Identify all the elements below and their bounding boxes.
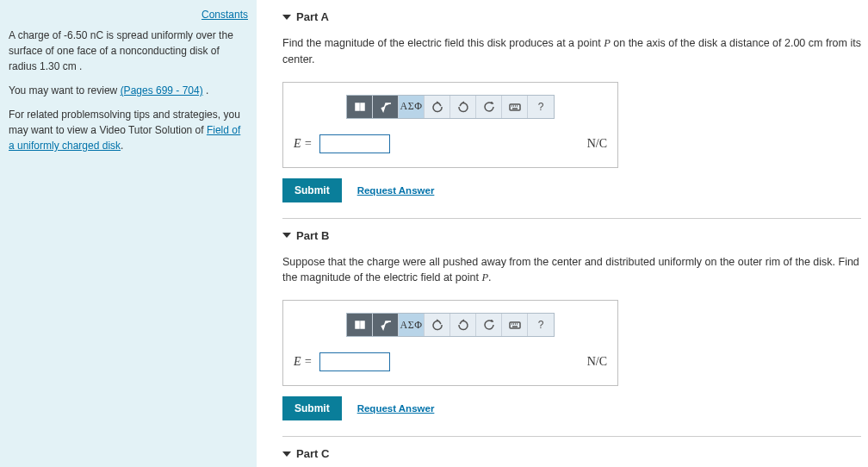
undo-icon[interactable] bbox=[425, 96, 450, 118]
submit-button[interactable]: Submit bbox=[282, 396, 342, 420]
request-answer-link[interactable]: Request Answer bbox=[357, 403, 435, 414]
part-a-title: Part A bbox=[296, 10, 329, 23]
part-a-header[interactable]: Part A bbox=[282, 9, 861, 32]
unit-label: N/C bbox=[587, 355, 607, 369]
redo-icon[interactable] bbox=[450, 96, 476, 118]
reset-icon[interactable] bbox=[476, 96, 502, 118]
unit-label: N/C bbox=[587, 137, 607, 151]
part-c-header[interactable]: Part C bbox=[282, 445, 861, 467]
svg-rect-2 bbox=[510, 104, 520, 110]
svg-rect-0 bbox=[356, 103, 359, 110]
submit-button[interactable]: Submit bbox=[282, 178, 342, 202]
help-icon[interactable]: ? bbox=[528, 314, 554, 336]
part-b-title: Part B bbox=[296, 229, 329, 242]
chevron-down-icon bbox=[282, 451, 291, 457]
svg-rect-1 bbox=[361, 103, 364, 110]
sidebar-problem: Constants A charge of -6.50 nC is spread… bbox=[0, 0, 257, 467]
equation-toolbar: ΑΣΦ ? bbox=[346, 95, 555, 119]
greek-letters-button[interactable]: ΑΣΦ bbox=[399, 314, 425, 336]
variable-label: E = bbox=[294, 355, 313, 369]
keyboard-icon[interactable] bbox=[502, 96, 528, 118]
help-icon[interactable]: ? bbox=[528, 96, 554, 118]
review-pages-link[interactable]: (Pages 699 - 704) bbox=[121, 84, 203, 97]
radical-icon[interactable] bbox=[373, 314, 399, 336]
template-icon[interactable] bbox=[347, 96, 373, 118]
reset-icon[interactable] bbox=[476, 314, 502, 336]
svg-rect-3 bbox=[356, 321, 359, 328]
constants-link[interactable]: Constants bbox=[202, 9, 248, 21]
part-a-prompt: Find the magnitude of the electric field… bbox=[282, 35, 861, 68]
redo-icon[interactable] bbox=[450, 314, 476, 336]
review-line: You may want to review (Pages 699 - 704)… bbox=[9, 83, 248, 98]
part-b-prompt: Suppose that the charge were all pushed … bbox=[282, 254, 861, 287]
chevron-down-icon bbox=[282, 233, 291, 238]
request-answer-link[interactable]: Request Answer bbox=[357, 185, 435, 196]
part-b-header[interactable]: Part B bbox=[282, 227, 861, 251]
variable-label: E = bbox=[294, 137, 313, 151]
equation-toolbar: ΑΣΦ ? bbox=[346, 313, 555, 337]
part-b-answer-box: ΑΣΦ ? E = N/C bbox=[282, 300, 618, 386]
undo-icon[interactable] bbox=[425, 314, 450, 336]
main-content: Part A Find the magnitude of the electri… bbox=[257, 0, 868, 467]
problem-statement: A charge of -6.50 nC is spread uniformly… bbox=[9, 28, 248, 74]
keyboard-icon[interactable] bbox=[502, 314, 528, 336]
svg-rect-5 bbox=[510, 322, 520, 328]
part-a-answer-box: ΑΣΦ ? E = N/C bbox=[282, 82, 618, 168]
template-icon[interactable] bbox=[347, 314, 373, 336]
tips-line: For related problemsolving tips and stra… bbox=[9, 107, 248, 153]
chevron-down-icon bbox=[282, 15, 291, 20]
svg-rect-4 bbox=[361, 321, 364, 328]
part-b-answer-input[interactable] bbox=[319, 352, 390, 371]
greek-letters-button[interactable]: ΑΣΦ bbox=[399, 96, 425, 118]
part-a-answer-input[interactable] bbox=[319, 134, 390, 153]
part-c-title: Part C bbox=[296, 447, 329, 460]
radical-icon[interactable] bbox=[373, 96, 399, 118]
